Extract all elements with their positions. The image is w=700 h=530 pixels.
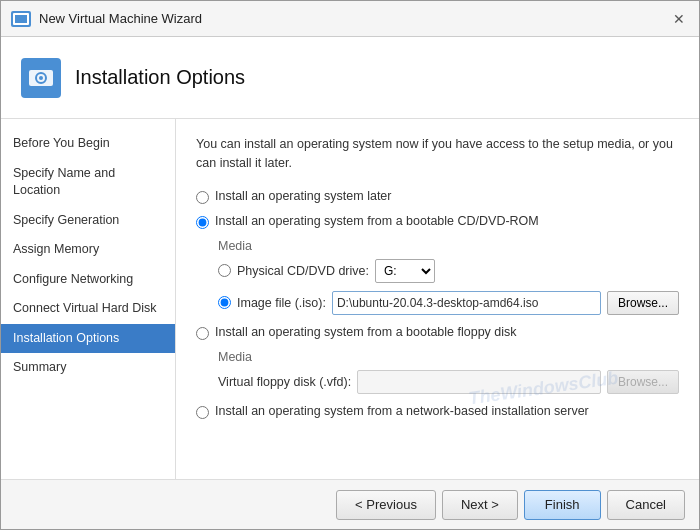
drive-select[interactable]: G: [375, 259, 435, 283]
vfd-media-section: Media Virtual floppy disk (.vfd): Browse… [218, 350, 679, 394]
next-button[interactable]: Next > [442, 490, 518, 520]
option3-row: Install an operating system from a boota… [196, 325, 679, 340]
browse-iso-button[interactable]: Browse... [607, 291, 679, 315]
main-content: Before You Begin Specify Name and Locati… [1, 119, 699, 479]
header-icon [21, 58, 61, 98]
page-title: Installation Options [75, 66, 245, 89]
physical-drive-row: Physical CD/DVD drive: G: [218, 259, 679, 283]
image-file-label: Image file (.iso): [237, 296, 326, 310]
option3-label[interactable]: Install an operating system from a boota… [215, 325, 517, 339]
browse-vfd-button: Browse... [607, 370, 679, 394]
close-button[interactable]: ✕ [669, 9, 689, 29]
image-file-radio[interactable] [218, 296, 231, 309]
option2-row: Install an operating system from a boota… [196, 214, 679, 229]
sidebar-item-before-you-begin[interactable]: Before You Begin [1, 129, 175, 159]
media-section: Media Physical CD/DVD drive: G: Image fi… [218, 239, 679, 315]
sidebar-item-memory[interactable]: Assign Memory [1, 235, 175, 265]
title-bar: New Virtual Machine Wizard ✕ [1, 1, 699, 37]
option1-radio[interactable] [196, 191, 209, 204]
footer: < Previous Next > Finish Cancel [1, 479, 699, 529]
content-area: You can install an operating system now … [176, 119, 699, 479]
iso-path-input[interactable] [332, 291, 601, 315]
sidebar-item-name-location[interactable]: Specify Name and Location [1, 159, 175, 206]
sidebar-item-virtual-hard-disk[interactable]: Connect Virtual Hard Disk [1, 294, 175, 324]
sidebar: Before You Begin Specify Name and Locati… [1, 119, 176, 479]
app-icon [11, 11, 31, 27]
vfd-path-input [357, 370, 601, 394]
physical-drive-radio[interactable] [218, 264, 231, 277]
cd-icon [27, 64, 55, 92]
image-file-row: Image file (.iso): Browse... [218, 291, 679, 315]
media-label: Media [218, 239, 679, 253]
vfd-media-label: Media [218, 350, 679, 364]
sidebar-item-generation[interactable]: Specify Generation [1, 206, 175, 236]
option2-label[interactable]: Install an operating system from a boota… [215, 214, 539, 228]
finish-button[interactable]: Finish [524, 490, 601, 520]
sidebar-item-networking[interactable]: Configure Networking [1, 265, 175, 295]
previous-button[interactable]: < Previous [336, 490, 436, 520]
option4-row: Install an operating system from a netwo… [196, 404, 679, 419]
sidebar-item-summary[interactable]: Summary [1, 353, 175, 383]
option1-row: Install an operating system later [196, 189, 679, 204]
window-title: New Virtual Machine Wizard [39, 11, 202, 26]
description-text: You can install an operating system now … [196, 135, 679, 173]
vfd-row: Virtual floppy disk (.vfd): Browse... [218, 370, 679, 394]
header-section: Installation Options [1, 37, 699, 119]
vfd-label: Virtual floppy disk (.vfd): [218, 375, 351, 389]
svg-point-2 [39, 76, 43, 80]
option4-radio[interactable] [196, 406, 209, 419]
option2-radio[interactable] [196, 216, 209, 229]
cancel-button[interactable]: Cancel [607, 490, 685, 520]
option1-label[interactable]: Install an operating system later [215, 189, 391, 203]
sidebar-item-installation-options[interactable]: Installation Options [1, 324, 175, 354]
main-window: New Virtual Machine Wizard ✕ Installatio… [0, 0, 700, 530]
physical-drive-label: Physical CD/DVD drive: [237, 264, 369, 278]
content-wrapper: You can install an operating system now … [196, 135, 679, 419]
option3-radio[interactable] [196, 327, 209, 340]
title-bar-left: New Virtual Machine Wizard [11, 11, 202, 27]
option4-label[interactable]: Install an operating system from a netwo… [215, 404, 589, 418]
